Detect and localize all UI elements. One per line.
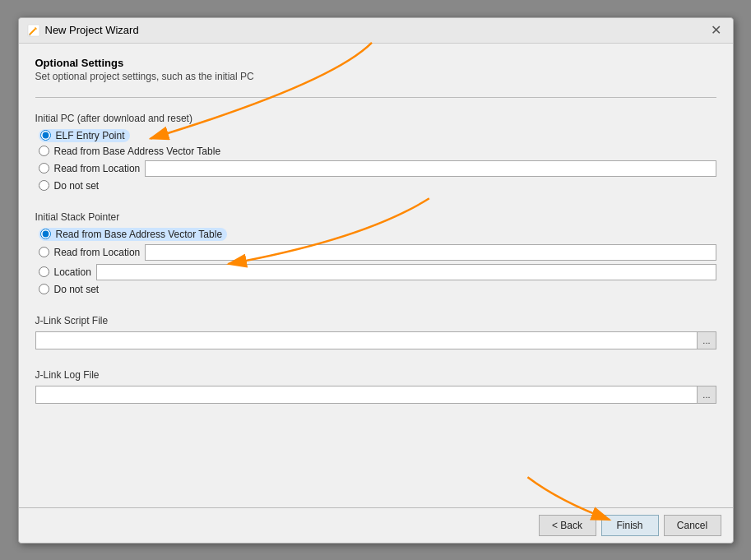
jlink-log-input-row: ...	[35, 386, 716, 404]
jlink-log-label: J-Link Log File	[35, 369, 716, 381]
radio-location-sp[interactable]: Read from Location	[39, 244, 716, 261]
radio-loc-sp[interactable]: Location	[39, 264, 716, 280]
initial-sp-label: Initial Stack Pointer	[35, 211, 716, 223]
initial-pc-radio-group: ELF Entry Point Read from Base Address V…	[39, 129, 716, 192]
radio-location-pc[interactable]: Read from Location	[39, 160, 716, 177]
jlink-script-input-row: ...	[35, 331, 716, 349]
radio-location-pc-input[interactable]	[39, 163, 49, 174]
loc-sp-field[interactable]	[96, 264, 716, 280]
initial-pc-group: Initial PC (after download and reset) EL…	[35, 104, 716, 192]
back-button[interactable]: < Back	[539, 515, 596, 536]
title-bar-left: New Project Wizard	[27, 24, 139, 37]
radio-elf-entry[interactable]: ELF Entry Point	[39, 129, 716, 142]
location-pc-field[interactable]	[145, 160, 716, 177]
initial-sp-group: Initial Stack Pointer Read from Base Add…	[35, 203, 716, 295]
radio-base-addr-pc-input[interactable]	[39, 146, 49, 156]
highlighted-elf: ELF Entry Point	[39, 129, 130, 142]
radio-base-addr-pc[interactable]: Read from Base Address Vector Table	[39, 146, 716, 157]
jlink-log-input[interactable]	[35, 386, 698, 404]
radio-elf-input[interactable]	[40, 130, 51, 141]
dialog-title: New Project Wizard	[45, 24, 139, 36]
section-header: Optional Settings Set optional project s…	[35, 57, 716, 82]
wizard-icon	[27, 24, 40, 37]
radio-loc-sp-input[interactable]	[39, 266, 49, 277]
radio-location-pc-label: Read from Location	[54, 163, 141, 174]
finish-button[interactable]: Finish	[601, 515, 659, 536]
jlink-log-browse-btn[interactable]: ...	[698, 386, 716, 404]
jlink-log-group: J-Link Log File ...	[35, 361, 716, 404]
radio-base-addr-pc-label: Read from Base Address Vector Table	[54, 146, 221, 157]
jlink-script-input[interactable]	[35, 331, 698, 349]
radio-base-addr-sp-label: Read from Base Address Vector Table	[56, 229, 223, 240]
jlink-script-group: J-Link Script File ...	[35, 307, 716, 349]
cancel-button[interactable]: Cancel	[664, 515, 721, 536]
radio-donotset-pc[interactable]: Do not set	[39, 180, 716, 192]
footer: < Back Finish Cancel	[19, 507, 733, 543]
radio-donotset-pc-input[interactable]	[39, 180, 49, 191]
divider-top	[35, 97, 716, 98]
radio-donotset-sp[interactable]: Do not set	[39, 284, 716, 295]
section-title: Optional Settings	[35, 57, 716, 69]
radio-donotset-sp-input[interactable]	[39, 284, 49, 294]
dialog-content: Optional Settings Set optional project s…	[19, 44, 733, 507]
title-bar: New Project Wizard ✕	[19, 18, 733, 44]
radio-elf-label: ELF Entry Point	[56, 130, 125, 141]
section-subtitle: Set optional project settings, such as t…	[35, 71, 716, 82]
jlink-script-browse-btn[interactable]: ...	[698, 331, 716, 349]
jlink-script-label: J-Link Script File	[35, 315, 716, 326]
radio-base-addr-sp[interactable]: Read from Base Address Vector Table	[39, 228, 716, 241]
radio-base-addr-sp-input[interactable]	[40, 229, 51, 239]
initial-pc-label: Initial PC (after download and reset)	[35, 113, 716, 124]
radio-donotset-sp-label: Do not set	[54, 284, 100, 295]
close-button[interactable]: ✕	[707, 24, 725, 37]
radio-location-sp-input[interactable]	[39, 247, 49, 257]
radio-location-sp-label: Read from Location	[54, 247, 141, 258]
radio-loc-sp-label: Location	[54, 266, 91, 278]
initial-sp-radio-group: Read from Base Address Vector Table Read…	[39, 228, 716, 295]
dialog-window: New Project Wizard ✕ Optional Settings S…	[18, 17, 734, 544]
highlighted-sp: Read from Base Address Vector Table	[39, 228, 228, 241]
location-sp-field[interactable]	[145, 244, 716, 261]
radio-donotset-pc-label: Do not set	[54, 180, 100, 192]
